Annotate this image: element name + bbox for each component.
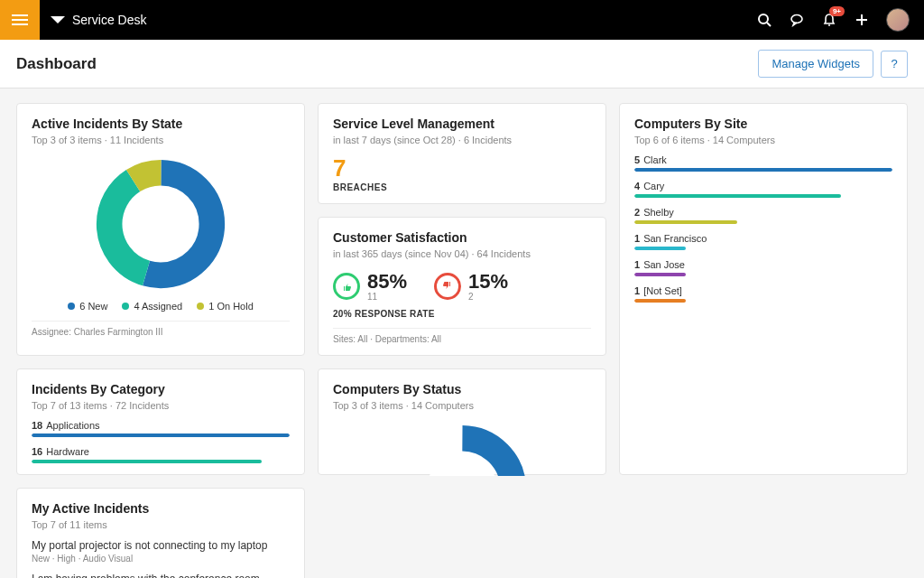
hamburger-icon bbox=[12, 14, 28, 25]
menu-button[interactable] bbox=[0, 0, 40, 40]
notification-badge: 9+ bbox=[829, 6, 845, 16]
bar-row: 1San Francisco bbox=[634, 233, 892, 250]
help-button[interactable]: ? bbox=[881, 51, 908, 78]
legend-item: 6 New bbox=[68, 301, 107, 312]
brand-icon bbox=[51, 13, 65, 27]
widget-subtitle: in last 7 days (since Oct 28) · 6 Incide… bbox=[333, 135, 591, 145]
chat-icon[interactable] bbox=[789, 12, 805, 28]
widget-subtitle: Top 3 of 3 items · 11 Incidents bbox=[32, 135, 290, 145]
donut-chart bbox=[32, 156, 290, 292]
bar-row: 16Hardware bbox=[32, 446, 290, 463]
widget-active-incidents[interactable]: Active Incidents By State Top 3 of 3 ite… bbox=[16, 103, 305, 356]
svg-point-10 bbox=[125, 189, 197, 260]
list-item[interactable]: I am having problems with the conference… bbox=[32, 573, 290, 578]
thumbs-up-icon bbox=[333, 273, 360, 300]
svg-line-2 bbox=[767, 23, 771, 26]
bar-row: 2Shelby bbox=[634, 207, 892, 224]
notifications-icon[interactable]: 9+ bbox=[821, 12, 837, 28]
topbar: Service Desk 9+ bbox=[0, 0, 924, 40]
content: Active Incidents By State Top 3 of 3 ite… bbox=[0, 89, 924, 578]
add-icon[interactable] bbox=[854, 12, 870, 28]
csat-positive: 85% 11 bbox=[333, 270, 407, 302]
thumbs-down-icon bbox=[434, 273, 461, 300]
widget-my-incidents[interactable]: My Active Incidents Top 7 of 11 items My… bbox=[16, 488, 305, 578]
widget-footer: Sites: All · Departments: All bbox=[333, 328, 591, 344]
widget-title: Incidents By Category bbox=[32, 382, 290, 396]
widget-title: Service Level Management bbox=[333, 117, 591, 131]
widget-title: Computers By Status bbox=[333, 382, 591, 396]
widget-title: Computers By Site bbox=[634, 117, 892, 131]
subheader: Dashboard Manage Widgets ? bbox=[0, 40, 924, 89]
slm-value: 7 bbox=[333, 154, 591, 182]
slm-label: BREACHES bbox=[333, 182, 591, 192]
widget-subtitle: Top 3 of 3 items · 14 Computers bbox=[333, 400, 591, 411]
widget-slm[interactable]: Service Level Management in last 7 days … bbox=[318, 103, 606, 204]
bar-row: 1San Jose bbox=[634, 259, 892, 276]
list-item[interactable]: My portal projector is not connecting to… bbox=[32, 539, 290, 564]
widget-title: Active Incidents By State bbox=[32, 117, 290, 131]
svg-marker-0 bbox=[51, 16, 65, 23]
widget-incidents-by-category[interactable]: Incidents By Category Top 7 of 13 items … bbox=[16, 368, 305, 475]
avatar[interactable] bbox=[886, 8, 910, 32]
widget-csat[interactable]: Customer Satisfaction in last 365 days (… bbox=[318, 217, 606, 356]
legend-item: 1 On Hold bbox=[197, 301, 254, 312]
csat-negative: 15% 2 bbox=[434, 270, 508, 302]
bar-row: 18Applications bbox=[32, 420, 290, 437]
bar-row: 1[Not Set] bbox=[634, 285, 892, 303]
widget-subtitle: Top 7 of 11 items bbox=[32, 519, 290, 530]
widget-computers-by-site[interactable]: Computers By Site Top 6 of 6 items · 14 … bbox=[619, 103, 908, 475]
page-title: Dashboard bbox=[16, 55, 97, 73]
topbar-actions: 9+ bbox=[756, 8, 924, 32]
widget-computers-by-status[interactable]: Computers By Status Top 3 of 3 items · 1… bbox=[318, 368, 606, 475]
bar-row: 5Clark bbox=[634, 154, 892, 172]
widget-title: Customer Satisfaction bbox=[333, 230, 591, 245]
brand: Service Desk bbox=[40, 13, 146, 27]
widget-subtitle: Top 6 of 6 items · 14 Computers bbox=[634, 135, 892, 145]
csat-rate: 20% RESPONSE RATE bbox=[333, 309, 591, 319]
bar-row: 4Cary bbox=[634, 181, 892, 198]
search-icon[interactable] bbox=[756, 12, 772, 28]
svg-point-3 bbox=[791, 15, 802, 23]
widget-subtitle: in last 365 days (since Nov 04) · 64 Inc… bbox=[333, 248, 591, 259]
legend-item: 4 Assigned bbox=[122, 301, 182, 312]
donut-chart-partial bbox=[333, 422, 591, 476]
chart-legend: 6 New 4 Assigned 1 On Hold bbox=[32, 301, 290, 312]
svg-point-1 bbox=[759, 14, 768, 23]
app-name: Service Desk bbox=[72, 13, 146, 27]
widget-footer: Assignee: Charles Farmington III bbox=[32, 321, 290, 337]
widget-subtitle: Top 7 of 13 items · 72 Incidents bbox=[32, 400, 290, 411]
widget-title: My Active Incidents bbox=[32, 501, 290, 516]
manage-widgets-button[interactable]: Manage Widgets bbox=[758, 50, 873, 78]
